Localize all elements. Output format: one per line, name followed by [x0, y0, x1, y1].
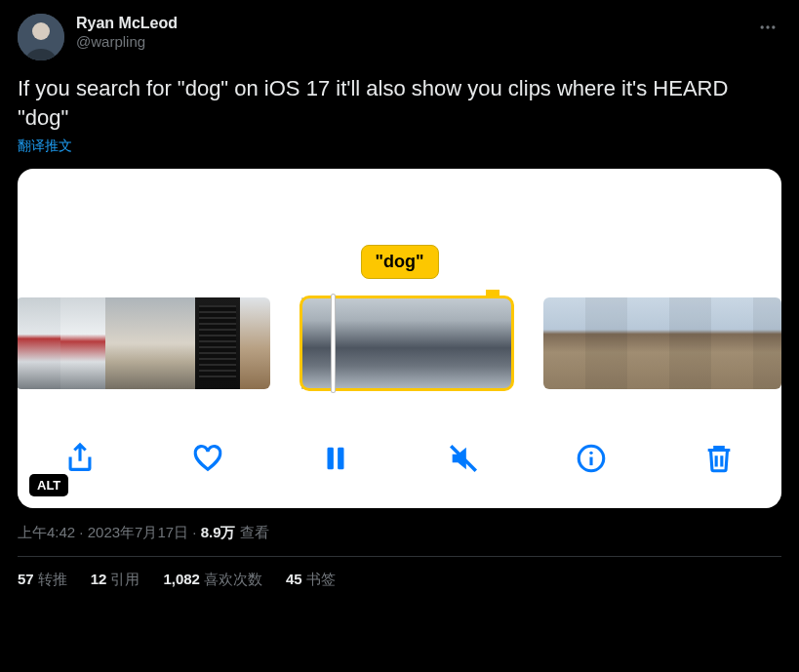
tweet-time: 上午4:42 — [18, 524, 75, 540]
more-options-button[interactable] — [754, 14, 781, 41]
author-names[interactable]: Ryan McLeod @warpling — [76, 14, 178, 52]
clip-group-1[interactable] — [18, 297, 270, 389]
clip-frame — [407, 297, 459, 389]
alt-badge[interactable]: ALT — [29, 474, 68, 496]
views-count: 8.9万 — [201, 524, 236, 540]
clip-frame — [354, 297, 407, 389]
quotes-stat[interactable]: 12引用 — [91, 571, 140, 589]
tweet-container: Ryan McLeod @warpling If you search for … — [0, 0, 799, 589]
svg-rect-6 — [338, 448, 343, 470]
display-name: Ryan McLeod — [76, 14, 178, 33]
clip-frame — [543, 297, 585, 389]
tweet-date: 2023年7月17日 — [88, 524, 188, 540]
svg-point-3 — [766, 25, 769, 28]
clip-frame — [459, 297, 512, 389]
likes-stat[interactable]: 1,082喜欢次数 — [163, 571, 262, 589]
media-attachment[interactable]: "dog" — [18, 169, 781, 508]
svg-point-8 — [589, 452, 592, 455]
avatar[interactable] — [18, 14, 64, 60]
clip-frame — [195, 297, 240, 389]
svg-point-2 — [761, 25, 764, 28]
clip-frame — [627, 297, 669, 389]
retweets-stat[interactable]: 57转推 — [18, 571, 67, 589]
views-label: 查看 — [236, 524, 269, 540]
delete-button[interactable] — [698, 437, 740, 480]
clip-timeline[interactable] — [18, 296, 781, 391]
like-button[interactable] — [186, 437, 229, 480]
clip-frame — [753, 297, 781, 389]
clip-group-3[interactable] — [543, 297, 781, 389]
stats-row: 57转推 12引用 1,082喜欢次数 45书签 — [18, 557, 781, 589]
speaker-mute-icon — [447, 442, 480, 475]
info-button[interactable] — [570, 437, 613, 480]
bookmarks-stat[interactable]: 45书签 — [286, 571, 336, 589]
tweet-meta[interactable]: 上午4:42 · 2023年7月17日 · 8.9万 查看 — [18, 524, 781, 542]
media-toolbar — [18, 418, 781, 508]
heart-icon — [191, 442, 224, 475]
clip-group-2-selected[interactable] — [301, 297, 512, 389]
clip-frame — [585, 297, 627, 389]
svg-point-1 — [32, 22, 50, 40]
svg-rect-5 — [328, 448, 334, 470]
trash-icon — [702, 442, 736, 475]
pause-button[interactable] — [314, 437, 357, 480]
handle: @warpling — [76, 33, 178, 52]
clip-frame — [60, 297, 105, 389]
clip-frame — [18, 297, 60, 389]
clip-frame — [105, 297, 150, 389]
clip-frame — [301, 297, 354, 389]
playhead[interactable] — [331, 294, 336, 393]
tweet-header: Ryan McLeod @warpling — [18, 14, 781, 60]
clip-frame — [150, 297, 195, 389]
more-icon — [758, 18, 778, 37]
mute-button[interactable] — [442, 437, 485, 480]
media-whitespace — [18, 169, 781, 255]
share-icon — [63, 442, 97, 475]
info-icon — [575, 442, 608, 475]
search-term-badge: "dog" — [360, 245, 438, 279]
clip-frame — [240, 297, 270, 389]
pause-icon — [319, 442, 352, 475]
clip-frame — [711, 297, 753, 389]
translate-link[interactable]: 翻译推文 — [18, 138, 72, 155]
tweet-text: If you search for "dog" on iOS 17 it'll … — [18, 74, 781, 132]
clip-frame — [669, 297, 711, 389]
svg-point-4 — [772, 25, 775, 28]
